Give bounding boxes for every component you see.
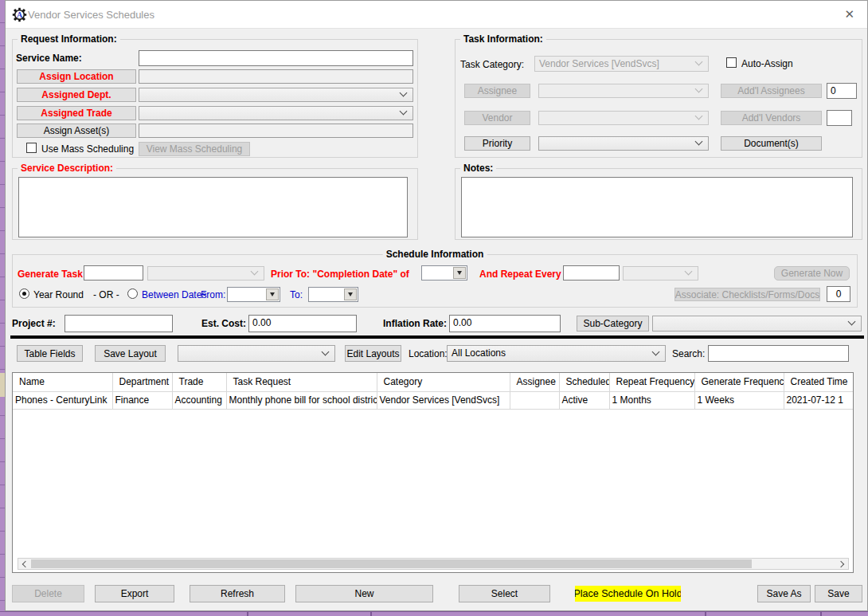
repeat-every-input[interactable] [563, 265, 620, 281]
layout-select[interactable] [178, 345, 335, 362]
auto-assign-checkbox[interactable] [726, 57, 737, 68]
save-button[interactable]: Save [815, 585, 862, 602]
cell-name[interactable]: Phones - CenturyLink [13, 391, 112, 409]
notes-group: Notes: [455, 168, 862, 240]
priority-button[interactable]: Priority [464, 136, 530, 151]
chevron-down-icon [848, 318, 856, 326]
close-icon[interactable]: ✕ [844, 7, 854, 22]
location-select[interactable]: All Locations [447, 345, 666, 362]
dropdown-button[interactable] [453, 267, 466, 279]
column-header-category[interactable]: Category [377, 373, 510, 391]
select-button[interactable]: Select [459, 585, 550, 602]
place-schedule-on-hold-button[interactable]: Place Schedule On Hold [575, 586, 681, 602]
assignee-select [538, 84, 709, 98]
assigned-trade-select[interactable] [139, 106, 413, 120]
year-round-radio[interactable] [19, 288, 29, 299]
notes-textarea[interactable] [461, 177, 853, 237]
sub-category-select[interactable] [652, 316, 862, 332]
desktop-background-bottom [0, 611, 868, 616]
task-category-label: Task Category: [460, 59, 524, 70]
generate-task-label: Generate Task [18, 269, 83, 280]
triangle-down-icon [457, 271, 462, 275]
cell-repeat-frequency[interactable]: 1 Months [609, 391, 694, 409]
addl-assignees-count[interactable]: 0 [827, 83, 857, 99]
assign-location-button[interactable]: Assign Location [17, 69, 136, 84]
project-number-input[interactable] [65, 315, 173, 332]
view-mass-scheduling-button: View Mass Scheduling [139, 142, 250, 156]
to-date-select[interactable] [308, 287, 358, 302]
schedule-information-group: Schedule Information Generate Task Prior… [12, 254, 858, 308]
between-dates-radio[interactable] [127, 288, 138, 299]
cell-generate-frequency[interactable]: 1 Weeks [694, 391, 784, 409]
task-category-select: Vendor Services [VendSvcs] [534, 56, 709, 72]
and-repeat-every-label: And Repeat Every [479, 269, 561, 280]
cell-trade[interactable]: Accounting [172, 391, 226, 409]
cell-created-time[interactable]: 2021-07-12 1 [784, 391, 854, 409]
dropdown-button[interactable] [266, 288, 279, 300]
notes-title: Notes: [460, 163, 496, 174]
refresh-button[interactable]: Refresh [190, 585, 285, 602]
column-header-created-time[interactable]: Created Time [784, 373, 854, 391]
column-header-scheduled[interactable]: Scheduled [559, 373, 609, 391]
addl-vendors-button: Add'l Vendors [721, 111, 822, 125]
column-header-task-request[interactable]: Task Request [226, 373, 377, 391]
inflation-rate-input[interactable]: 0.00 [449, 315, 561, 332]
from-label: From: [201, 289, 225, 300]
table-row[interactable]: Phones - CenturyLink Finance Accounting … [13, 391, 854, 409]
export-button[interactable]: Export [95, 585, 174, 602]
edit-layouts-button[interactable]: Edit Layouts [345, 345, 401, 362]
column-header-generate-frequency[interactable]: Generate Frequency [694, 373, 784, 391]
from-date-select[interactable] [227, 287, 280, 302]
assignee-button: Assignee [464, 84, 530, 98]
chevron-down-icon [652, 347, 660, 355]
prior-to-date-select[interactable] [421, 265, 467, 281]
generate-task-unit-select [147, 266, 264, 281]
chevron-down-icon [695, 138, 703, 146]
task-information-title: Task Information: [460, 33, 546, 45]
generate-task-input[interactable] [84, 265, 143, 281]
column-header-repeat-frequency[interactable]: Repeat Frequency [609, 373, 694, 391]
sub-category-button[interactable]: Sub-Category [577, 316, 649, 332]
request-information-group: Request Information: Service Name: Assig… [12, 39, 418, 158]
app-gear-icon: A [12, 7, 27, 25]
cell-assignee[interactable] [510, 391, 559, 409]
svg-text:A: A [17, 10, 23, 19]
cell-department[interactable]: Finance [112, 391, 172, 409]
column-header-department[interactable]: Department [112, 373, 172, 391]
associate-count[interactable]: 0 [827, 286, 850, 302]
dropdown-button[interactable] [344, 288, 357, 300]
assigned-dept-button[interactable]: Assigned Dept. [17, 88, 136, 102]
assigned-trade-button[interactable]: Assigned Trade [17, 106, 136, 120]
column-header-name[interactable]: Name [13, 373, 112, 391]
task-information-group: Task Information: Task Category: Vendor … [455, 39, 862, 158]
assigned-dept-select[interactable] [139, 88, 413, 102]
use-mass-scheduling-checkbox[interactable] [26, 143, 37, 153]
documents-button[interactable]: Document(s) [721, 136, 822, 151]
new-button[interactable]: New [295, 585, 433, 602]
priority-select[interactable] [538, 136, 709, 151]
assign-assets-button[interactable]: Assign Asset(s) [17, 124, 136, 138]
scroll-left-icon[interactable] [22, 560, 29, 567]
assign-assets-value [139, 124, 413, 138]
assign-location-value [139, 69, 413, 84]
table-fields-button[interactable]: Table Fields [17, 345, 83, 362]
cell-category[interactable]: Vendor Services [VendSvcs] [377, 391, 510, 409]
to-label: To: [290, 289, 303, 300]
table-header-row: Name Department Trade Task Request Categ… [13, 373, 854, 391]
horizontal-scrollbar[interactable] [18, 558, 849, 570]
save-layout-button[interactable]: Save Layout [95, 345, 166, 362]
est-cost-input[interactable]: 0.00 [248, 315, 357, 332]
cell-task-request[interactable]: Monthly phone bill for school district. [226, 391, 377, 409]
service-description-textarea[interactable] [18, 177, 408, 237]
search-input[interactable] [708, 345, 849, 362]
save-as-button[interactable]: Save As [757, 585, 811, 602]
addl-vendors-count[interactable] [827, 110, 852, 126]
column-header-assignee[interactable]: Assignee [510, 373, 559, 391]
scrollbar-thumb[interactable] [31, 559, 752, 568]
scroll-right-icon[interactable] [838, 560, 844, 567]
service-name-input[interactable] [139, 50, 413, 66]
column-header-trade[interactable]: Trade [172, 373, 226, 391]
cell-scheduled[interactable]: Active [559, 391, 609, 409]
chevron-down-icon [695, 58, 703, 66]
service-name-label: Service Name: [16, 53, 82, 64]
